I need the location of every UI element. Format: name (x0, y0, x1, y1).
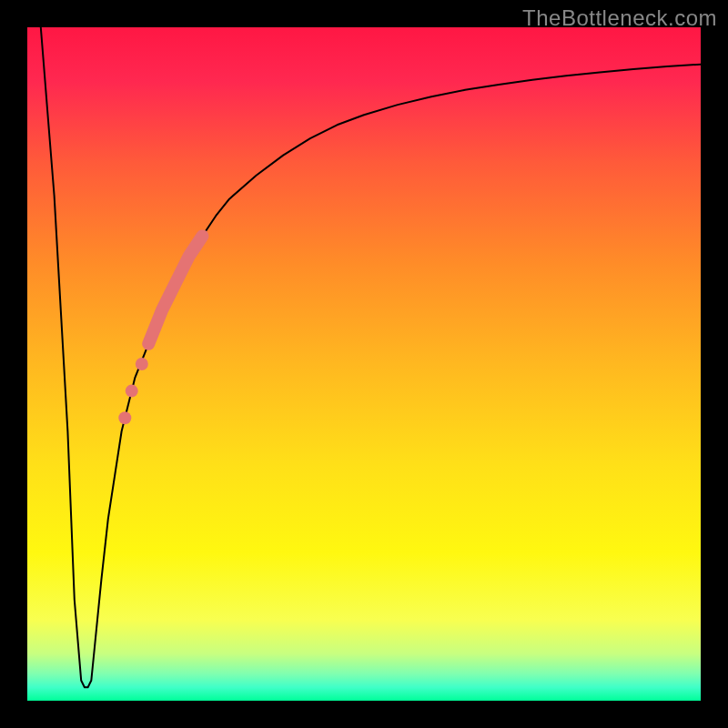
frame-left (0, 0, 27, 728)
chart-container: TheBottleneck.com (0, 0, 728, 728)
highlighted-dots-point (118, 411, 131, 424)
bottleneck-chart (0, 0, 728, 728)
frame-right (701, 0, 728, 728)
watermark-text: TheBottleneck.com (522, 5, 717, 31)
highlighted-dots-point (126, 385, 138, 398)
highlighted-dots-point (136, 358, 148, 370)
plot-background (27, 27, 701, 701)
frame-bottom (0, 701, 728, 728)
